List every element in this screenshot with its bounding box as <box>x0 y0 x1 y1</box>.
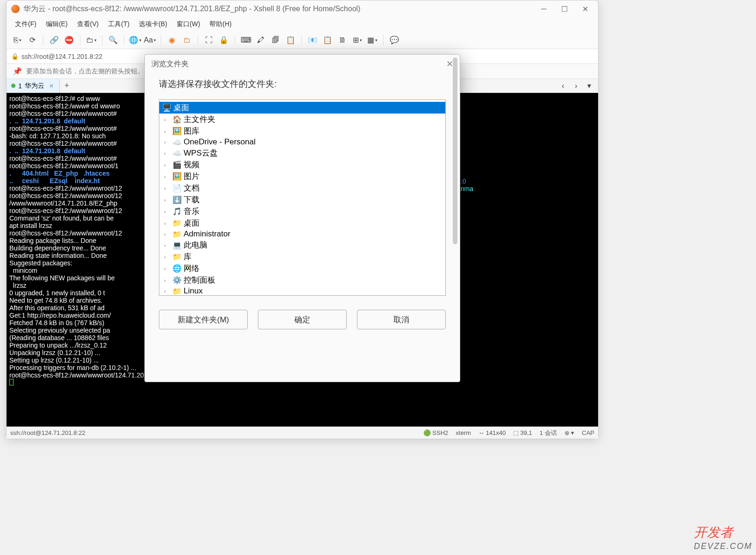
status-sessions: 1 会话 <box>540 429 557 437</box>
xagent-button[interactable]: ◉ <box>166 34 178 46</box>
script-button[interactable]: 📋 <box>285 34 297 46</box>
search-button[interactable]: 🔍 <box>107 34 119 46</box>
globe-button[interactable]: 🌐 <box>129 34 141 46</box>
disconnect-button[interactable]: ⛔ <box>63 34 75 46</box>
fullscreen-button[interactable]: ⛶ <box>203 34 215 46</box>
menu-tools[interactable]: 工具(T) <box>104 19 133 30</box>
dialog-close-button[interactable]: ✕ <box>446 59 453 69</box>
folder-icon: 🖥️ <box>162 103 171 112</box>
session-tab[interactable]: 1 华为云 ✕ <box>7 79 60 92</box>
tree-label: 控制面板 <box>184 275 215 285</box>
tree-item[interactable]: ›⬇️下载 <box>159 194 445 206</box>
expand-icon[interactable]: › <box>164 288 170 294</box>
menu-help[interactable]: 帮助(H) <box>206 19 235 30</box>
pin-button[interactable]: 📌 <box>11 65 23 78</box>
folder-icon: 🎵 <box>172 207 181 216</box>
folder-icon: 📁 <box>172 219 181 228</box>
tree-item[interactable]: ›🎬视频 <box>159 159 445 171</box>
status-bar: ssh://root@124.71.201.8:22 🟢 SSH2 xterm … <box>7 427 598 439</box>
status-conn: 🟢 SSH2 <box>423 429 448 436</box>
window-title: 华为云 - root@hcss-ecs-8f12: /www/wwwroot/1… <box>23 4 532 14</box>
tab-prev-button[interactable]: ‹ <box>557 80 569 92</box>
status-toggle[interactable]: ⊕ ▾ <box>564 429 575 436</box>
new-session-button[interactable]: ⎘ <box>11 34 23 46</box>
tree-item[interactable]: ›☁️OneDrive - Personal <box>159 137 445 147</box>
tree-item[interactable]: ›🎵音乐 <box>159 206 445 217</box>
expand-icon[interactable]: › <box>164 221 170 226</box>
expand-icon[interactable]: › <box>164 266 170 271</box>
title-bar: 华为云 - root@hcss-ecs-8f12: /www/wwwroot/1… <box>7 0 598 17</box>
compose-button[interactable]: 📧 <box>307 34 319 46</box>
tab-next-button[interactable]: › <box>570 80 582 92</box>
expand-icon[interactable]: › <box>164 209 170 214</box>
expand-icon[interactable]: › <box>164 242 170 248</box>
expand-icon[interactable]: › <box>164 185 170 191</box>
tree-item[interactable]: ›🏠主文件夹 <box>159 114 445 125</box>
menu-edit[interactable]: 编辑(E) <box>42 19 71 30</box>
dialog-subtitle: 请选择保存接收文件的文件夹: <box>145 73 460 100</box>
expand-icon[interactable]: › <box>164 150 170 156</box>
tab-add-button[interactable]: + <box>60 81 74 91</box>
tab-list-button[interactable]: ▾ <box>583 80 595 92</box>
keyboard-button[interactable]: ⌨ <box>240 34 252 46</box>
expand-icon[interactable]: › <box>164 174 170 179</box>
link-button[interactable]: 🔗 <box>48 34 60 46</box>
folder-icon: 🖼️ <box>172 127 181 135</box>
tree-item[interactable]: ›⚙️控制面板 <box>159 274 445 286</box>
folder-icon: ⬇️ <box>172 195 181 204</box>
expand-icon[interactable]: › <box>164 254 170 260</box>
cancel-button[interactable]: 取消 <box>357 310 446 329</box>
expand-icon[interactable]: › <box>164 197 170 203</box>
tree-label: 图库 <box>184 126 200 136</box>
tree-label: 主文件夹 <box>184 114 215 125</box>
tree-item[interactable]: 🖥️桌面 <box>159 102 445 114</box>
tree-item[interactable]: ›📁桌面 <box>159 217 445 229</box>
minimize-button[interactable]: ─ <box>535 3 552 14</box>
new-folder-button[interactable]: 新建文件夹(M) <box>159 310 248 329</box>
paste-button[interactable]: 📋 <box>321 34 334 46</box>
highlight-button[interactable]: 🖍 <box>255 34 267 46</box>
menu-view[interactable]: 查看(V) <box>73 19 103 30</box>
folder-icon: 📁 <box>172 230 181 239</box>
ok-button[interactable]: 确定 <box>258 310 347 329</box>
layout-split-button[interactable]: ▦ <box>366 34 378 46</box>
expand-icon[interactable]: › <box>164 231 170 237</box>
tree-label: 桌面 <box>184 218 200 228</box>
chat-button[interactable]: 💬 <box>388 34 400 46</box>
tree-item[interactable]: ›📁Administrator <box>159 229 445 239</box>
address-text: ssh://root@124.71.201.8:22 <box>21 53 102 60</box>
layout-add-button[interactable]: ⊞ <box>351 34 364 46</box>
tree-item[interactable]: ›🖼️图库 <box>159 125 445 137</box>
log-button[interactable]: 🗐 <box>270 34 282 46</box>
tree-item[interactable]: ›📁Linux <box>159 286 445 296</box>
reconnect-button[interactable]: ⟳ <box>26 34 38 46</box>
tree-item[interactable]: ›☁️WPS云盘 <box>159 147 445 159</box>
expand-icon[interactable]: › <box>164 128 170 134</box>
ascii-button[interactable]: 🗎 <box>336 34 349 46</box>
expand-icon[interactable]: › <box>164 162 170 168</box>
tab-close-icon[interactable]: ✕ <box>49 83 54 89</box>
menu-file[interactable]: 文件(F) <box>11 19 40 30</box>
lock-icon: 🔒 <box>11 53 19 60</box>
expand-icon[interactable]: › <box>164 139 170 145</box>
expand-icon[interactable]: › <box>164 117 170 122</box>
lock-button[interactable]: 🔒 <box>218 34 230 46</box>
menu-window[interactable]: 窗口(W) <box>173 19 204 30</box>
tree-item[interactable]: ›🖼️图片 <box>159 171 445 182</box>
xftp-button[interactable]: 🗀 <box>181 34 193 46</box>
transfer-button[interactable]: 🗀 <box>85 34 97 46</box>
expand-icon[interactable]: › <box>164 278 170 283</box>
status-pos: ⬚ 39,1 <box>513 429 532 436</box>
menu-bar: 文件(F) 编辑(E) 查看(V) 工具(T) 选项卡(B) 窗口(W) 帮助(… <box>7 17 598 31</box>
folder-tree[interactable]: 🖥️桌面›🏠主文件夹›🖼️图库›☁️OneDrive - Personal›☁️… <box>159 100 446 296</box>
status-dot-icon <box>11 84 15 88</box>
maximize-button[interactable]: ☐ <box>556 3 573 14</box>
menu-tabs[interactable]: 选项卡(B) <box>135 19 171 30</box>
tree-item[interactable]: ›🌐网络 <box>159 263 445 274</box>
close-button[interactable]: ✕ <box>577 3 593 14</box>
tree-item[interactable]: ›💻此电脑 <box>159 239 445 251</box>
tab-label: 华为云 <box>25 82 44 90</box>
tree-item[interactable]: ›📁库 <box>159 251 445 263</box>
tree-item[interactable]: ›📄文档 <box>159 182 445 194</box>
font-button[interactable]: Aa <box>144 34 156 46</box>
